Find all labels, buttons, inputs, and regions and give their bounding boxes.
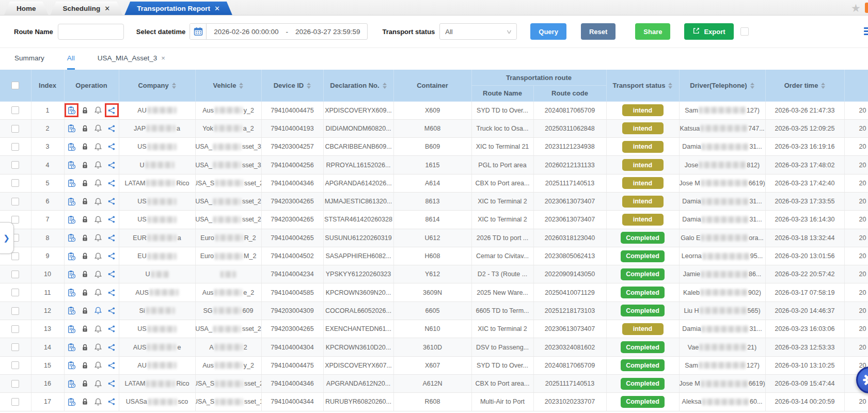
subtab-usa-mia-asset-3[interactable]: USA_MIA_Asset_3 ×	[98, 48, 165, 70]
lock-icon[interactable]	[81, 306, 89, 315]
bell-icon[interactable]	[94, 306, 103, 315]
sort-icon[interactable]	[668, 83, 672, 89]
lock-icon[interactable]	[81, 398, 89, 406]
lock-icon[interactable]	[81, 379, 89, 388]
row-checkbox[interactable]	[11, 125, 19, 133]
report-icon[interactable]	[67, 179, 76, 187]
lock-icon[interactable]	[81, 124, 89, 133]
share-icon[interactable]	[107, 197, 116, 206]
lock-icon[interactable]	[81, 343, 89, 352]
row-checkbox[interactable]	[11, 252, 19, 260]
report-icon[interactable]	[67, 252, 76, 261]
subtab-summary[interactable]: Summary	[14, 48, 44, 70]
share-icon[interactable]	[107, 106, 116, 115]
lock-icon[interactable]	[81, 179, 89, 187]
lock-icon[interactable]	[81, 106, 89, 115]
query-button[interactable]: Query	[530, 23, 566, 40]
datetime-range-picker[interactable]: 2026-02-26 00:00:00 - 2026-03-27 23:59:5…	[190, 23, 368, 40]
tab-scheduling[interactable]: Scheduling ✕	[51, 2, 123, 15]
tab-transportation-report[interactable]: Transportation Report ✕	[124, 2, 232, 15]
bell-icon[interactable]	[94, 179, 103, 187]
lock-icon[interactable]	[81, 161, 89, 169]
col-device-id[interactable]: Device ID	[261, 70, 323, 101]
share-button[interactable]: Share	[635, 23, 670, 40]
share-icon[interactable]	[107, 233, 116, 242]
row-checkbox[interactable]	[11, 106, 19, 114]
report-icon[interactable]	[67, 343, 76, 352]
sort-icon[interactable]	[239, 83, 243, 89]
bell-icon[interactable]	[94, 252, 103, 261]
share-icon[interactable]	[107, 361, 116, 370]
bell-icon[interactable]	[94, 398, 103, 406]
report-icon[interactable]	[67, 197, 76, 206]
col-vehicle[interactable]: Vehicle	[195, 70, 261, 101]
bell-icon[interactable]	[94, 343, 103, 352]
bell-icon[interactable]	[94, 215, 103, 224]
close-icon[interactable]: ✕	[104, 5, 110, 12]
report-icon[interactable]	[67, 288, 76, 297]
row-checkbox[interactable]	[11, 398, 19, 406]
lock-icon[interactable]	[81, 361, 89, 370]
bell-icon[interactable]	[94, 361, 103, 370]
datetime-range-value[interactable]: 2026-02-26 00:00:00 - 2026-03-27 23:59:5…	[207, 28, 367, 36]
col-order-time[interactable]: Order time	[765, 70, 844, 101]
select-all-checkbox[interactable]	[11, 82, 19, 89]
col-driver[interactable]: Driver(Telephone)	[679, 70, 765, 101]
transport-status-select[interactable]: All ∨	[439, 23, 517, 40]
left-panel-expander[interactable]: ❯	[0, 222, 14, 254]
route-name-input[interactable]	[58, 24, 124, 40]
report-icon[interactable]	[67, 379, 76, 388]
bell-icon[interactable]	[94, 161, 103, 169]
calendar-icon[interactable]	[190, 24, 207, 39]
lock-icon[interactable]	[81, 142, 89, 151]
bell-icon[interactable]	[94, 379, 103, 388]
report-icon[interactable]	[67, 306, 76, 315]
report-icon[interactable]	[67, 270, 76, 279]
col-company[interactable]: Company	[119, 70, 195, 101]
share-icon[interactable]	[107, 379, 116, 388]
row-checkbox[interactable]	[11, 380, 19, 388]
share-icon[interactable]	[107, 142, 116, 151]
row-checkbox[interactable]	[11, 179, 19, 187]
lock-icon[interactable]	[81, 325, 89, 333]
sort-icon[interactable]	[383, 83, 387, 89]
sort-icon[interactable]	[750, 83, 754, 89]
lock-icon[interactable]	[81, 252, 89, 261]
bell-icon[interactable]	[94, 106, 103, 115]
share-icon[interactable]	[107, 325, 116, 333]
browser-avatar-icon[interactable]	[865, 3, 868, 13]
report-icon[interactable]	[67, 124, 76, 133]
reset-button[interactable]: Reset	[581, 23, 616, 40]
lock-icon[interactable]	[81, 215, 89, 224]
row-checkbox[interactable]	[11, 325, 19, 333]
lock-icon[interactable]	[81, 233, 89, 242]
share-icon[interactable]	[107, 252, 116, 261]
row-checkbox[interactable]	[11, 143, 19, 151]
sort-icon[interactable]	[821, 83, 825, 89]
report-icon[interactable]	[67, 215, 76, 224]
report-icon[interactable]	[67, 233, 76, 242]
list-menu-icon[interactable]	[864, 27, 868, 35]
share-icon[interactable]	[107, 215, 116, 224]
bell-icon[interactable]	[94, 325, 103, 333]
row-checkbox[interactable]	[11, 307, 19, 315]
export-button[interactable]: Export	[684, 23, 733, 40]
close-icon[interactable]: ✕	[214, 5, 220, 12]
sort-icon[interactable]	[307, 83, 311, 89]
bell-icon[interactable]	[94, 124, 103, 133]
row-checkbox[interactable]	[11, 361, 19, 369]
report-icon[interactable]	[67, 161, 76, 169]
bell-icon[interactable]	[94, 197, 103, 206]
lock-icon[interactable]	[81, 270, 89, 279]
bell-icon[interactable]	[94, 270, 103, 279]
row-checkbox[interactable]	[11, 198, 19, 205]
row-checkbox[interactable]	[11, 343, 19, 351]
report-icon[interactable]	[67, 325, 76, 333]
filter-checkbox[interactable]	[740, 27, 749, 36]
report-icon[interactable]	[67, 106, 76, 115]
share-icon[interactable]	[107, 288, 116, 297]
share-icon[interactable]	[107, 343, 116, 352]
share-icon[interactable]	[107, 306, 116, 315]
col-transport-status[interactable]: Transport status	[606, 70, 679, 101]
col-declaration-no[interactable]: Declaration No.	[323, 70, 393, 101]
